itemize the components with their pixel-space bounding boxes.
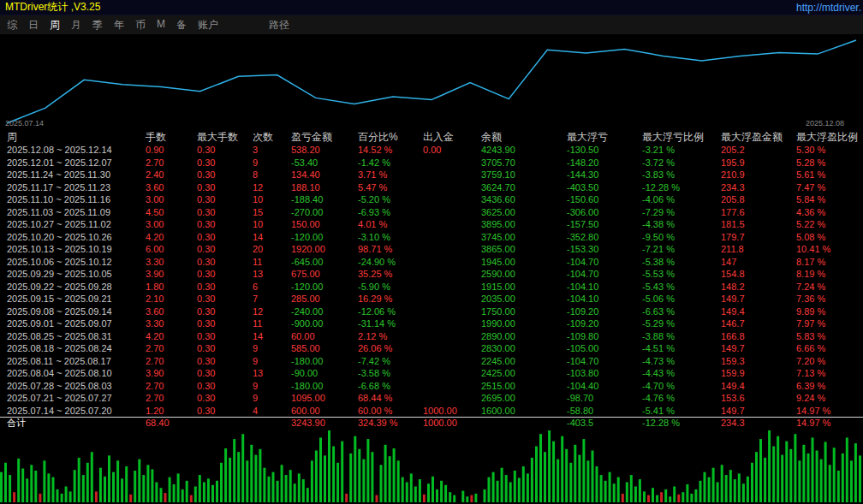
cell: 9.24 % xyxy=(789,392,863,405)
cell: -120.00 xyxy=(284,281,351,294)
menu-tab-M[interactable]: M xyxy=(157,18,165,33)
cell: 3759.10 xyxy=(474,169,560,181)
cell: -5.20 % xyxy=(351,193,416,206)
cell: 0.30 xyxy=(190,342,246,355)
cell xyxy=(416,342,474,355)
menu-tab-币[interactable]: 币 xyxy=(135,18,146,33)
table-row[interactable]: 2025.10.13 ~ 2025.10.196.000.30201920.00… xyxy=(0,243,863,256)
cell: 9 xyxy=(246,355,284,368)
cell: -109.20 xyxy=(560,305,635,318)
cell: 20 xyxy=(246,243,284,256)
cell: 1920.00 xyxy=(284,243,351,256)
cell: 2025.12.01 ~ 2025.12.07 xyxy=(0,157,139,169)
cell: 0.30 xyxy=(190,380,246,393)
table-row[interactable]: 2025.10.27 ~ 2025.11.023.000.3010150.004… xyxy=(0,218,863,231)
cell: -352.80 xyxy=(560,231,635,244)
cell: 4.01 % xyxy=(351,218,416,231)
menu-tab-月[interactable]: 月 xyxy=(71,18,81,33)
menu-tab-季[interactable]: 季 xyxy=(92,18,103,33)
cell: -5.43 % xyxy=(635,281,714,294)
cell: -104.70 xyxy=(560,268,635,281)
menu-item-path[interactable]: 路径 xyxy=(269,18,289,33)
table-row[interactable]: 2025.10.20 ~ 2025.10.264.200.3014-120.00… xyxy=(0,231,863,244)
cell: 3.60 xyxy=(139,181,190,194)
menu-tab-账户[interactable]: 账户 xyxy=(198,18,218,33)
table-row[interactable]: 2025.07.21 ~ 2025.07.272.700.3091095.006… xyxy=(0,392,863,405)
cell: 2025.10.20 ~ 2025.10.26 xyxy=(0,231,139,244)
cell: 2025.08.25 ~ 2025.08.31 xyxy=(0,330,139,343)
menu-tab-年[interactable]: 年 xyxy=(114,18,124,33)
table-row[interactable]: 2025.09.15 ~ 2025.09.212.100.307285.0016… xyxy=(0,293,863,305)
cell: 7.13 % xyxy=(789,367,863,380)
cell: 2035.00 xyxy=(474,293,560,305)
table-row[interactable]: 2025.08.04 ~ 2025.08.103.900.3013-90.00-… xyxy=(0,367,863,380)
menu-tab-周[interactable]: 周 xyxy=(50,18,60,33)
cell: -90.00 xyxy=(284,367,351,380)
table-row[interactable]: 2025.08.11 ~ 2025.08.172.700.309-180.00-… xyxy=(0,355,863,368)
column-header: 最大浮盈金额 xyxy=(714,130,789,144)
cell: -180.00 xyxy=(284,355,351,368)
cell: 0.30 xyxy=(190,193,246,206)
cell: 0.30 xyxy=(190,157,246,169)
menu-tab-综[interactable]: 综 xyxy=(7,18,17,33)
cell: 2.70 xyxy=(139,380,190,393)
cell: -130.50 xyxy=(560,144,635,157)
table-row[interactable]: 2025.07.28 ~ 2025.08.032.700.309-180.00-… xyxy=(0,380,863,393)
cell: 154.8 xyxy=(714,268,789,281)
menu-tab-备[interactable]: 备 xyxy=(176,18,187,33)
website-link[interactable]: http://mtdriver. xyxy=(796,2,861,14)
cell: 0.30 xyxy=(190,330,246,343)
cell: 1.20 xyxy=(139,405,190,418)
table-row[interactable]: 2025.11.03 ~ 2025.11.094.500.3015-270.00… xyxy=(0,206,863,219)
cell: -6.68 % xyxy=(351,380,416,393)
cell: 26.06 % xyxy=(351,342,416,355)
column-header: 最大手数 xyxy=(190,130,246,144)
cell: 285.00 xyxy=(284,293,351,305)
table-row[interactable]: 2025.12.08 ~ 2025.12.140.900.303538.2014… xyxy=(0,144,863,157)
cell: 5.84 % xyxy=(789,193,863,206)
cell: 234.3 xyxy=(714,181,789,194)
cell: 2695.00 xyxy=(474,392,560,405)
cell: 9 xyxy=(246,157,284,169)
table-row[interactable]: 2025.09.08 ~ 2025.09.143.600.3012-240.00… xyxy=(0,305,863,318)
cell xyxy=(416,206,474,219)
cell: 7.20 % xyxy=(789,355,863,368)
cell: 7.24 % xyxy=(789,281,863,294)
cell xyxy=(416,392,474,405)
cell: 11 xyxy=(246,256,284,269)
cell: -53.40 xyxy=(284,157,351,169)
cell: 14.97 % xyxy=(789,405,863,418)
cell: 2890.00 xyxy=(474,330,560,343)
table-row[interactable]: 2025.09.29 ~ 2025.10.053.900.3013675.003… xyxy=(0,268,863,281)
menu-tab-日[interactable]: 日 xyxy=(28,18,39,33)
cell: 2.70 xyxy=(139,355,190,368)
table-row[interactable]: 2025.10.06 ~ 2025.10.123.300.3011-645.00… xyxy=(0,256,863,269)
cell: 210.9 xyxy=(714,169,789,181)
table-row[interactable]: 2025.08.18 ~ 2025.08.242.700.309585.0026… xyxy=(0,342,863,355)
cell: 5.30 % xyxy=(789,144,863,157)
table-row[interactable]: 2025.12.01 ~ 2025.12.072.700.309-53.40-1… xyxy=(0,157,863,169)
cell: 181.5 xyxy=(714,218,789,231)
cell: 60.00 xyxy=(284,330,351,343)
chart-end-date-label: 2025.12.08 xyxy=(806,119,844,127)
cell: 4243.90 xyxy=(474,144,560,157)
table-row[interactable]: 2025.11.17 ~ 2025.11.233.600.3012188.105… xyxy=(0,181,863,194)
table-row[interactable]: 2025.11.10 ~ 2025.11.163.000.3010-188.40… xyxy=(0,193,863,206)
cell: -900.00 xyxy=(284,317,351,330)
cell: 7.47 % xyxy=(789,181,863,194)
cell: 9 xyxy=(246,392,284,405)
table-row[interactable]: 2025.11.24 ~ 2025.11.302.400.308134.403.… xyxy=(0,169,863,181)
total-cell: 68.40 xyxy=(139,418,190,427)
table-row[interactable]: 2025.07.14 ~ 2025.07.201.200.304600.0060… xyxy=(0,405,863,418)
cell: 0.30 xyxy=(190,293,246,305)
cell: 2025.11.24 ~ 2025.11.30 xyxy=(0,169,139,181)
cell: 2025.07.28 ~ 2025.08.03 xyxy=(0,380,139,393)
cell: 600.00 xyxy=(284,405,351,418)
cell: -7.29 % xyxy=(635,206,714,219)
cell: 0.30 xyxy=(190,144,246,157)
app-title: MTDriver统计 ,V3.25 xyxy=(5,0,100,15)
table-row[interactable]: 2025.09.01 ~ 2025.09.073.300.3011-900.00… xyxy=(0,317,863,330)
table-row[interactable]: 2025.08.25 ~ 2025.08.314.200.301460.002.… xyxy=(0,330,863,343)
title-bar: MTDriver统计 ,V3.25 http://mtdriver. xyxy=(0,0,863,15)
table-row[interactable]: 2025.09.22 ~ 2025.09.281.800.306-120.00-… xyxy=(0,281,863,294)
